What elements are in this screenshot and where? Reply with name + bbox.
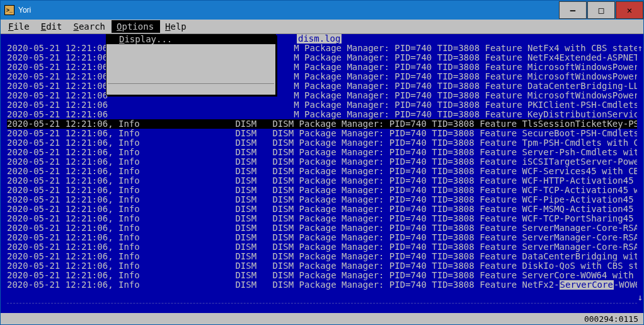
log-line[interactable]: 2020-05-21 12:21:06, Info DISM DISM Pack… [7, 167, 637, 176]
options-menu: Display...√Traditional navigation√Auto i… [106, 34, 276, 95]
log-line[interactable]: 2020-05-21 12:21:06 M Package Manager: P… [7, 72, 637, 81]
statusbar: 000294:0115 [1, 313, 643, 324]
log-line[interactable]: 2020-05-21 12:21:06 M Package Manager: P… [7, 62, 637, 72]
scroll-up-icon[interactable]: ↑ [638, 44, 643, 53]
app-icon: >_ [4, 5, 14, 15]
menu-help[interactable]: Help [160, 20, 193, 33]
log-line[interactable]: 2020-05-21 12:21:06 M Package Manager: P… [7, 81, 637, 91]
titlebar[interactable]: >_ Yori — □ ✕ [1, 1, 643, 20]
options-item-display[interactable]: Display... [106, 35, 275, 44]
log-line[interactable]: 2020-05-21 12:21:06 M Package Manager: P… [7, 53, 637, 62]
menu-search[interactable]: Search [68, 20, 112, 33]
log-line[interactable]: 2020-05-21 12:21:06 M Package Manager: P… [7, 100, 637, 110]
menu-separator [108, 83, 274, 84]
log-line[interactable]: 2020-05-21 12:21:06, Info DISM DISM Pack… [7, 148, 637, 157]
maximize-button[interactable]: □ [587, 1, 615, 19]
log-line[interactable]: 2020-05-21 12:21:06 M Package Manager: P… [7, 91, 637, 100]
options-item-expand-tab[interactable]: Expand tab [106, 63, 275, 73]
scroll-down-icon[interactable]: ↓ [638, 293, 643, 302]
log-line[interactable]: 2020-05-21 12:21:06, Info DISM DISM Pack… [7, 157, 637, 167]
menu-options[interactable]: Options [112, 20, 160, 33]
menu-edit[interactable]: Edit [36, 20, 69, 33]
minimize-button[interactable]: — [559, 1, 587, 19]
cursor-position: 000294:0115 [584, 314, 638, 324]
log-line[interactable]: 2020-05-21 12:21:06 M Package Manager: P… [7, 110, 637, 119]
options-item-traditional-navigation[interactable]: √Traditional navigation [106, 44, 275, 54]
log-line[interactable]: 2020-05-21 12:21:06 M Package Manager: P… [7, 44, 637, 53]
editor-client: dism.log 2020-05-21 12:21:06 M Package M… [1, 33, 643, 313]
horizontal-scroll[interactable] [7, 303, 637, 312]
document-title: dism.log [297, 34, 342, 44]
log-line[interactable]: 2020-05-21 12:21:06, Info DISM DISM Pack… [7, 242, 637, 252]
options-item-auto-indent[interactable]: √Auto indent [106, 54, 275, 63]
close-button[interactable]: ✕ [616, 1, 643, 19]
log-line[interactable]: 2020-05-21 12:21:06, Info DISM DISM Pack… [7, 119, 637, 129]
app-window: >_ Yori — □ ✕ FileEditSearchOptionsHelp … [0, 0, 644, 325]
options-item-remove-trailing-whitespace[interactable]: Remove trailing whitespace [106, 73, 275, 82]
log-line[interactable]: 2020-05-21 12:21:06, Info DISM DISM Pack… [7, 271, 637, 280]
log-line[interactable]: 2020-05-21 12:21:06, Info DISM DISM Pack… [7, 214, 637, 223]
log-line[interactable]: 2020-05-21 12:21:06, Info DISM DISM Pack… [7, 129, 637, 138]
log-line[interactable]: 2020-05-21 12:21:06, Info DISM DISM Pack… [7, 138, 637, 148]
log-line[interactable]: 2020-05-21 12:21:06, Info DISM DISM Pack… [7, 176, 637, 186]
menubar: FileEditSearchOptionsHelp [1, 20, 643, 33]
log-line[interactable]: 2020-05-21 12:21:06, Info DISM DISM Pack… [7, 186, 637, 195]
log-line[interactable]: 2020-05-21 12:21:06, Info DISM DISM Pack… [7, 261, 637, 271]
menu-file[interactable]: File [3, 20, 36, 33]
log-line[interactable]: 2020-05-21 12:21:06, Info DISM DISM Pack… [7, 233, 637, 242]
log-line[interactable]: 2020-05-21 12:21:06, Info DISM DISM Pack… [7, 195, 637, 204]
text-area[interactable]: 2020-05-21 12:21:06 M Package Manager: P… [7, 44, 637, 303]
options-item-save-default-settings[interactable]: Save default settings [106, 85, 275, 95]
log-line[interactable]: 2020-05-21 12:21:06, Info DISM DISM Pack… [7, 280, 637, 290]
log-line[interactable]: 2020-05-21 12:21:06, Info DISM DISM Pack… [7, 204, 637, 214]
log-line[interactable]: 2020-05-21 12:21:06, Info DISM DISM Pack… [7, 252, 637, 261]
log-line[interactable]: 2020-05-21 12:21:06, Info DISM DISM Pack… [7, 223, 637, 233]
window-title: Yori [18, 6, 558, 15]
